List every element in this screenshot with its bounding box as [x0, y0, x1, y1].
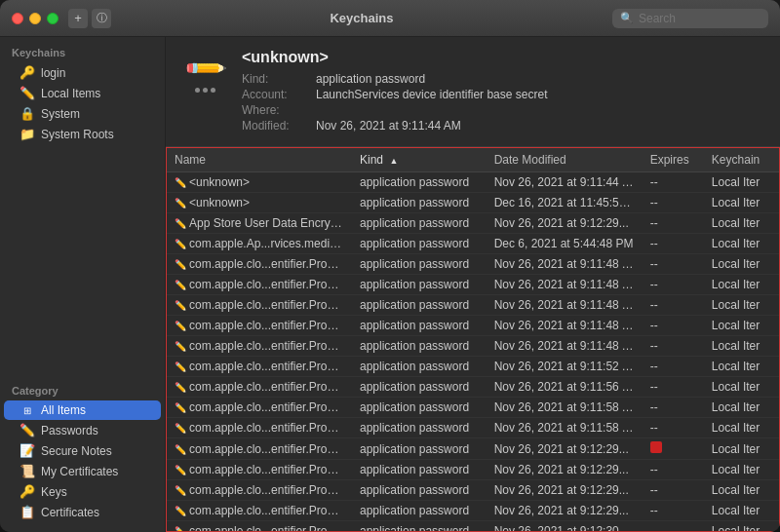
detail-modified-label: Modified: [242, 119, 310, 133]
passwords-icon: ✏️ [20, 423, 35, 437]
cell-expires: -- [643, 398, 704, 418]
row-icon: ✏️ [175, 259, 186, 270]
sidebar-item-login[interactable]: 🔑 login [4, 62, 161, 83]
cell-kind: application password [352, 295, 487, 316]
table-row[interactable]: ✏️com.apple.clo...entifier.Production ap… [167, 521, 779, 533]
col-header-kind[interactable]: Kind ▲ [352, 148, 487, 172]
window-title: Keychains [111, 11, 612, 25]
keychains-section-title: Keychains [0, 37, 165, 62]
cell-name: ✏️com.apple.clo...entifier.Production [167, 521, 352, 533]
sidebar-item-secure-notes[interactable]: 📝 Secure Notes [4, 440, 161, 461]
sidebar-item-system[interactable]: 🔒 System [4, 103, 161, 124]
cell-kind: application password [352, 377, 487, 398]
sidebar-item-label: Secure Notes [41, 444, 112, 458]
close-button[interactable] [12, 13, 23, 24]
sidebar-item-local-items[interactable]: ✏️ Local Items [4, 83, 161, 103]
table-row[interactable]: ✏️com.apple.clo...entifier.Production ap… [167, 336, 779, 357]
table-row[interactable]: ✏️com.apple.clo...entifier.Production ap… [167, 254, 779, 275]
table-row[interactable]: ✏️com.apple.clo...entifier.Production ap… [167, 357, 779, 377]
cell-date: Nov 26, 2021 at 9:11:48 A... [487, 254, 643, 275]
cell-date: Dec 6, 2021 at 5:44:48 PM [487, 234, 643, 254]
cell-date: Nov 26, 2021 at 9:11:58 A... [487, 398, 643, 418]
cell-date: Nov 26, 2021 at 9:12:29... [487, 501, 643, 521]
add-button[interactable]: + [68, 9, 88, 28]
category-section-title: Category [0, 375, 165, 400]
table-row[interactable]: ✏️com.apple.clo...entifier.Production ap… [167, 295, 779, 316]
sidebar-item-label: System Roots [41, 128, 114, 141]
maximize-button[interactable] [47, 13, 58, 24]
cell-kind: application password [352, 316, 487, 336]
cell-name: ✏️com.apple.clo...entifier.Production [167, 336, 352, 357]
table-row[interactable]: ✏️com.apple.Ap...rvices.mediaToken appli… [167, 234, 779, 254]
cell-expires: -- [643, 480, 704, 501]
login-icon: 🔑 [20, 65, 35, 80]
table-row[interactable]: ✏️App Store User Data Encryption applica… [167, 213, 779, 234]
sort-arrow-icon: ▲ [389, 156, 398, 166]
cell-name: ✏️com.apple.clo...entifier.Production [167, 438, 352, 460]
cell-date: Nov 26, 2021 at 9:11:48 A... [487, 295, 643, 316]
cell-kind: application password [352, 193, 487, 213]
cell-keychain: Local Iter [704, 295, 779, 316]
cell-date: Nov 26, 2021 at 9:12:30... [487, 521, 643, 533]
cell-date: Nov 26, 2021 at 9:11:48 A... [487, 275, 643, 295]
detail-info: <unknown> Kind: application password Acc… [242, 49, 764, 134]
col-header-expires[interactable]: Expires [643, 148, 704, 172]
cell-name: ✏️<unknown> [167, 193, 352, 213]
cell-keychain: Local Iter [704, 357, 779, 377]
table-row[interactable]: ✏️com.apple.clo...entifier.Production ap… [167, 460, 779, 480]
table-body: ✏️<unknown> application password Nov 26,… [167, 172, 779, 533]
detail-icon: ✏️ [181, 49, 228, 95]
info-button[interactable]: ⓘ [92, 9, 111, 28]
search-input[interactable] [639, 12, 756, 25]
cell-name: ✏️com.apple.clo...entifier.Production [167, 295, 352, 316]
cell-expires [643, 438, 704, 460]
cell-date: Nov 26, 2021 at 9:11:48 A... [487, 336, 643, 357]
detail-account-row: Account: LaunchServices device identifie… [242, 88, 764, 101]
col-header-date[interactable]: Date Modified [487, 148, 643, 172]
cell-name: ✏️com.apple.clo...entifier.Production [167, 377, 352, 398]
table-row[interactable]: ✏️com.apple.clo...entifier.Production ap… [167, 480, 779, 501]
sidebar-item-keys[interactable]: 🔑 Keys [4, 481, 161, 502]
table-row[interactable]: ✏️com.apple.clo...entifier.Production ap… [167, 438, 779, 460]
table-row[interactable]: ✏️com.apple.clo...entifier.Production ap… [167, 501, 779, 521]
detail-modified-value: Nov 26, 2021 at 9:11:44 AM [316, 119, 461, 133]
row-icon: ✏️ [175, 402, 186, 413]
main-window: + ⓘ Keychains 🔍 Keychains 🔑 login ✏️ Loc… [0, 0, 780, 532]
sidebar-item-system-roots[interactable]: 📁 System Roots [4, 124, 161, 144]
sidebar-item-label: Keys [41, 485, 67, 499]
cell-expires: -- [643, 316, 704, 336]
cell-keychain: Local Iter [704, 521, 779, 533]
cell-date: Nov 26, 2021 at 9:11:58 A... [487, 418, 643, 438]
col-header-name[interactable]: Name [167, 148, 352, 172]
cell-keychain: Local Iter [704, 501, 779, 521]
sidebar: Keychains 🔑 login ✏️ Local Items 🔒 Syste… [0, 37, 166, 532]
cell-name: ✏️com.apple.clo...entifier.Production [167, 316, 352, 336]
table-row[interactable]: ✏️<unknown> application password Dec 16,… [167, 193, 779, 213]
table-container[interactable]: Name Kind ▲ Date Modified Expires [166, 147, 780, 532]
sidebar-item-all-items[interactable]: ⊞ All Items [4, 400, 161, 420]
sidebar-item-certificates[interactable]: 📋 Certificates [4, 502, 161, 522]
minimize-button[interactable] [29, 13, 41, 24]
local-items-icon: ✏️ [20, 86, 35, 100]
sidebar-item-my-certificates[interactable]: 📜 My Certificates [4, 461, 161, 481]
table-row[interactable]: ✏️com.apple.clo...entifier.Production ap… [167, 316, 779, 336]
table-row[interactable]: ✏️com.apple.clo...entifier.Production ap… [167, 377, 779, 398]
keys-icon: 🔑 [20, 484, 35, 499]
cell-expires: -- [643, 275, 704, 295]
table-row[interactable]: ✏️<unknown> application password Nov 26,… [167, 172, 779, 193]
pencil-large-icon: ✏️ [181, 44, 228, 91]
cell-keychain: Local Iter [704, 336, 779, 357]
cell-expires: -- [643, 213, 704, 234]
col-header-keychain[interactable]: Keychain [704, 148, 779, 172]
cell-kind: application password [352, 234, 487, 254]
table-row[interactable]: ✏️com.apple.clo...entifier.Production ap… [167, 275, 779, 295]
search-bar[interactable]: 🔍 [612, 9, 768, 28]
sidebar-item-passwords[interactable]: ✏️ Passwords [4, 420, 161, 440]
cell-expires: -- [643, 193, 704, 213]
table-row[interactable]: ✏️com.apple.clo...entifier.Production ap… [167, 398, 779, 418]
cell-expires: -- [643, 254, 704, 275]
cell-kind: application password [352, 254, 487, 275]
table-row[interactable]: ✏️com.apple.clo...entifier.Production ap… [167, 418, 779, 438]
my-certificates-icon: 📜 [20, 464, 35, 478]
row-icon: ✏️ [175, 321, 186, 331]
